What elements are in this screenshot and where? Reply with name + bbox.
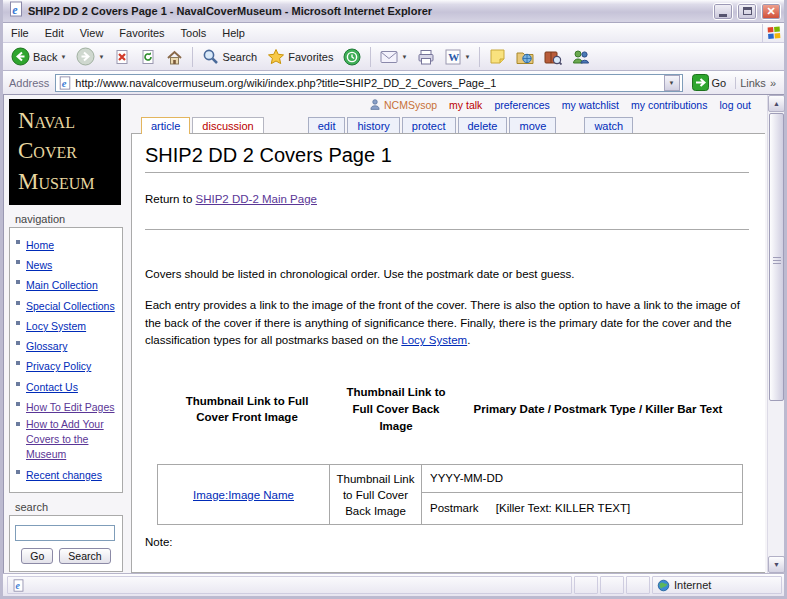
menu-bar: File Edit View Favorites Tools Help <box>3 23 784 43</box>
menu-view[interactable]: View <box>72 24 112 42</box>
navigation-portlet: Home News Main Collection Special Collec… <box>9 227 123 493</box>
tab-article[interactable]: article <box>141 117 190 134</box>
search-title: search <box>15 501 127 513</box>
menu-favorites[interactable]: Favorites <box>111 24 172 42</box>
svg-text:W: W <box>449 51 460 63</box>
nav-item-glossary[interactable]: Glossary <box>13 336 119 354</box>
word-icon: W <box>445 49 461 65</box>
nav-item-add-covers[interactable]: How to Add Your Covers to the Museum <box>13 417 119 463</box>
history-icon <box>343 48 361 66</box>
logout-link[interactable]: log out <box>719 99 751 111</box>
favorites-button[interactable]: Favorites <box>263 46 337 67</box>
search-input[interactable] <box>15 525 115 541</box>
return-main-page-link[interactable]: SHIP2 DD-2 Main Page <box>196 193 317 205</box>
note-label: Note: <box>145 536 749 548</box>
favorites-star-icon <box>267 48 285 65</box>
menu-tools[interactable]: Tools <box>173 24 215 42</box>
tab-move[interactable]: move <box>509 117 556 134</box>
title-bar[interactable]: e SHIP2 DD 2 Covers Page 1 - NavalCoverM… <box>3 0 784 23</box>
history-button[interactable] <box>339 46 365 68</box>
return-line: Return to SHIP2 DD-2 Main Page <box>145 193 749 205</box>
nav-item-locy-system[interactable]: Locy System <box>13 316 119 334</box>
nav-item-how-to-edit[interactable]: How To Edit Pages <box>13 397 119 415</box>
notes-button[interactable] <box>485 46 510 67</box>
forward-button[interactable]: ▼ <box>72 45 108 68</box>
links-chevron-icon[interactable]: » <box>770 77 776 89</box>
front-image-link[interactable]: Image:Image Name <box>193 489 294 501</box>
svg-text:e: e <box>12 3 18 17</box>
search-go-button[interactable]: Go <box>21 548 53 564</box>
research-button[interactable] <box>540 47 566 67</box>
address-url[interactable]: http://www.navalcovermuseum.org/wiki/ind… <box>75 77 496 89</box>
nav-item-home[interactable]: Home <box>13 235 119 253</box>
back-dropdown-icon[interactable]: ▼ <box>60 54 66 60</box>
primary-date-cell: YYYY-MM-DD <box>422 465 743 493</box>
forward-icon <box>76 47 95 66</box>
header-primary-date: Primary Date / Postmark Type / Killer Ba… <box>455 401 741 418</box>
folder-sync-button[interactable] <box>512 47 538 67</box>
address-label: Address <box>7 77 51 89</box>
locy-system-link[interactable]: Locy System <box>401 334 467 346</box>
tab-watch[interactable]: watch <box>584 117 633 134</box>
menu-help[interactable]: Help <box>214 24 253 42</box>
home-icon <box>166 49 183 65</box>
nav-item-contact-us[interactable]: Contact Us <box>13 377 119 395</box>
address-input[interactable]: e http://www.navalcovermuseum.org/wiki/i… <box>55 74 682 92</box>
go-button[interactable]: Go <box>687 73 732 92</box>
vertical-scrollbar[interactable]: ▲ ▼ <box>767 95 784 573</box>
messenger-button[interactable] <box>568 47 594 67</box>
close-button[interactable]: ✕ <box>761 3 781 20</box>
tab-protect[interactable]: protect <box>402 117 456 134</box>
scroll-down-button[interactable]: ▼ <box>768 556 785 573</box>
personal-bar: NCMSysop my talk preferences my watchlis… <box>131 95 765 112</box>
address-dropdown-button[interactable]: ▼ <box>664 75 680 91</box>
stop-button[interactable] <box>110 47 134 67</box>
messenger-icon <box>572 49 590 65</box>
mail-button[interactable]: ▼ <box>376 48 411 66</box>
my-talk-link[interactable]: my talk <box>449 99 482 111</box>
status-segment <box>626 576 650 594</box>
menu-file[interactable]: File <box>3 24 37 42</box>
word-dropdown-icon[interactable]: ▼ <box>464 54 470 60</box>
nav-item-news[interactable]: News <box>13 255 119 273</box>
tab-history[interactable]: history <box>347 117 399 134</box>
links-toolbar[interactable]: Links » <box>735 77 780 89</box>
nav-item-special-collections[interactable]: Special Collections <box>13 296 119 314</box>
tab-delete[interactable]: delete <box>458 117 508 134</box>
scrollbar-thumb[interactable] <box>769 113 784 401</box>
scroll-up-button[interactable]: ▲ <box>768 95 785 112</box>
contributions-link[interactable]: my contributions <box>631 99 707 111</box>
mail-dropdown-icon[interactable]: ▼ <box>401 54 407 60</box>
menu-edit[interactable]: Edit <box>37 24 72 42</box>
refresh-button[interactable] <box>136 47 160 67</box>
site-logo[interactable]: Naval Cover Museum <box>9 99 121 205</box>
back-button[interactable]: Back ▼ <box>7 45 70 68</box>
print-button[interactable] <box>413 47 439 67</box>
maximize-button[interactable] <box>737 3 757 20</box>
svg-text:e: e <box>62 77 67 88</box>
edit-with-word-button[interactable]: W ▼ <box>441 47 474 67</box>
print-icon <box>417 49 435 65</box>
front-image-cell: Image:Image Name <box>158 465 330 525</box>
search-button[interactable]: Search <box>198 46 261 67</box>
nav-item-recent-changes[interactable]: Recent changes <box>13 465 119 483</box>
tab-edit[interactable]: edit <box>308 117 346 134</box>
nav-item-main-collection[interactable]: Main Collection <box>13 275 119 293</box>
watchlist-link[interactable]: my watchlist <box>562 99 619 111</box>
user-page-link[interactable]: NCMSysop <box>369 98 437 111</box>
nav-item-privacy-policy[interactable]: Privacy Policy <box>13 356 119 374</box>
header-front-image: Thumbnail Link to Full Cover Front Image <box>157 393 337 426</box>
home-button[interactable] <box>162 47 187 67</box>
user-icon <box>369 98 381 111</box>
ie-page-icon: e <box>8 1 24 21</box>
address-bar: Address e http://www.navalcovermuseum.or… <box>3 71 784 95</box>
svg-text:e: e <box>15 580 20 591</box>
preferences-link[interactable]: preferences <box>494 99 549 111</box>
postmark-cell: Postmark [Killer Text: KILLER TEXT] <box>422 493 743 525</box>
wiki-sidebar: Naval Cover Museum navigation Home News … <box>4 95 131 573</box>
forward-dropdown-icon[interactable]: ▼ <box>98 54 104 60</box>
tab-discussion[interactable]: discussion <box>192 117 263 134</box>
search-portlet: Go Search <box>9 515 123 573</box>
minimize-button[interactable] <box>713 3 733 20</box>
search-search-button[interactable]: Search <box>59 548 110 564</box>
